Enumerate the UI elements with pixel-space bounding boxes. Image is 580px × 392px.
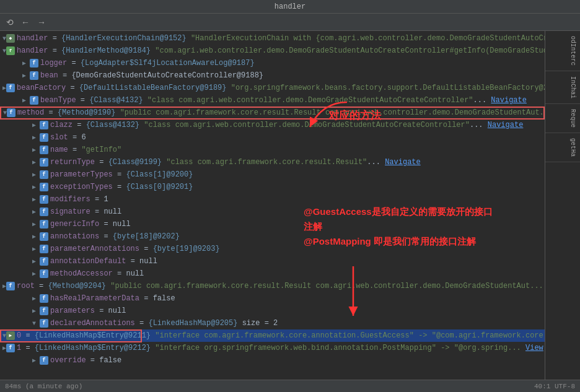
expand-arrow[interactable] xyxy=(32,295,40,302)
tree-icon: f xyxy=(40,146,48,154)
tree-row[interactable]: fparameterAnnotations = {byte[19]@9203} xyxy=(0,243,545,255)
expand-arrow[interactable] xyxy=(32,233,40,240)
tree-row-content: method = {Method@9190} "public com.agri.… xyxy=(17,108,545,117)
tree-row[interactable]: fannotations = {byte[18]@9202} xyxy=(0,230,545,243)
tree-row[interactable]: foverride = false xyxy=(0,354,545,367)
tree-row[interactable]: fhasRealParameterData = false xyxy=(0,292,545,305)
expand-arrow[interactable] xyxy=(32,121,40,129)
expand-arrow[interactable] xyxy=(32,171,40,178)
tree-row-content: beanType = {Class@4132} "class com.agri.… xyxy=(40,96,527,105)
tree-icon: f xyxy=(40,294,48,303)
tree-row-content: genericInfo = null xyxy=(50,220,131,229)
right-panel-item-2[interactable]: InChai xyxy=(545,71,580,104)
expand-arrow[interactable] xyxy=(32,159,40,166)
reset-button[interactable]: ⟲ xyxy=(4,16,16,28)
tree-icon: f xyxy=(40,307,48,315)
tree-icon: f xyxy=(40,232,48,241)
tree-icon: ▶ xyxy=(6,331,15,340)
expand-arrow[interactable] xyxy=(32,307,40,315)
debugger-panel[interactable]: ◆handler = {HandlerExecutionChain@9152} … xyxy=(0,31,545,392)
tree-row[interactable]: flogger = {LogAdapter$Slf4jLocationAware… xyxy=(0,57,545,69)
expand-arrow[interactable] xyxy=(22,97,30,104)
right-panel-item-4[interactable]: getHa xyxy=(545,133,580,162)
tree-row[interactable]: fsignature = null xyxy=(0,206,545,218)
tree-icon: f xyxy=(40,195,48,204)
tree-icon: f xyxy=(40,269,48,278)
back-button[interactable]: ← xyxy=(19,16,32,28)
tree-row[interactable]: froot = {Method@9204} "public com.agri.f… xyxy=(0,280,545,292)
expand-arrow[interactable] xyxy=(32,146,40,154)
tree-row-content: parameterAnnotations = {byte[19]@9203} xyxy=(50,245,220,253)
tree-icon: f xyxy=(30,96,38,105)
tree-row-content: methodAccessor = null xyxy=(50,269,144,278)
tree-row-content: beanFactory = {DefaultListableBeanFactor… xyxy=(17,84,545,92)
tree-icon: f xyxy=(40,356,48,365)
tree-row-content: parameterTypes = {Class[1]@9200} xyxy=(50,170,193,179)
expand-arrow[interactable] xyxy=(32,196,40,203)
tree-row-content: hasRealParameterData = false xyxy=(50,294,175,303)
expand-arrow[interactable] xyxy=(32,245,40,253)
tree-icon: f xyxy=(6,84,15,92)
forward-button[interactable]: → xyxy=(35,16,48,28)
tree-row-content: handler = {HandlerMethod@9184} "com.agri… xyxy=(17,46,545,55)
tree-row[interactable]: fparameterTypes = {Class[1]@9200} xyxy=(0,168,545,181)
tree-icon: f xyxy=(40,245,48,253)
window-title: handler xyxy=(275,2,305,11)
tree-row-content: 1 = {LinkedHashMap$Entry@9212} "interfac… xyxy=(17,344,543,352)
tree-icon: f xyxy=(40,319,48,328)
content-area: ◆handler = {HandlerExecutionChain@9152} … xyxy=(0,31,545,392)
tree-row-content: clazz = {Class@4132} "class com.agri.web… xyxy=(50,121,523,129)
tree-icon: f xyxy=(40,257,48,266)
expand-arrow[interactable] xyxy=(32,183,40,191)
tree-row[interactable]: fmodifiers = 1 xyxy=(0,193,545,206)
tree-row[interactable]: fgenericInfo = null xyxy=(0,218,545,230)
tree-row-content: exceptionTypes = {Class[0]@9201} xyxy=(50,183,193,191)
expand-arrow[interactable] xyxy=(32,320,40,327)
tree-icon: f xyxy=(40,170,48,179)
tree-row[interactable]: fname = "getInfo" xyxy=(0,144,545,156)
tree-row[interactable]: ▶ 0 = {LinkedHashMap$Entry@9211} "interf… xyxy=(0,329,545,342)
tree-row-content: handler = {HandlerExecutionChain@9152} "… xyxy=(17,34,545,43)
tree-row-content: modifiers = 1 xyxy=(50,195,108,204)
right-panel-item-3[interactable]: Reque xyxy=(545,104,580,133)
main-area: ◆handler = {HandlerExecutionChain@9152} … xyxy=(0,31,580,392)
tree-row[interactable]: fmethod = {Method@9190} "public com.agri… xyxy=(0,107,545,119)
right-panel-item-1[interactable]: odInterc xyxy=(545,31,580,71)
tree-row[interactable]: fbean = {DemoGradeStudentAutoCreateContr… xyxy=(0,69,545,82)
tree-row[interactable]: fbeanType = {Class@4132} "class com.agri… xyxy=(0,94,545,107)
tree-row-content: bean = {DemoGradeStudentAutoCreateContro… xyxy=(40,71,263,80)
expand-arrow[interactable] xyxy=(32,134,40,141)
tree-row-content: annotations = {byte[18]@9202} xyxy=(50,232,180,241)
right-panel: odInterc InChai Reque getHa xyxy=(545,31,580,392)
tree-icon: f xyxy=(40,220,48,229)
tree-row[interactable]: fexceptionTypes = {Class[0]@9201} xyxy=(0,181,545,193)
expand-arrow[interactable] xyxy=(32,357,40,364)
tree-icon: f xyxy=(6,46,15,55)
tree-row-content: returnType = {Class@9199} "class com.agr… xyxy=(50,158,421,167)
tree-row[interactable]: fannotationDefault = null xyxy=(0,255,545,268)
status-bar: 84ms (a minute ago) 40:1 UTF-8 xyxy=(0,380,580,392)
expand-arrow[interactable] xyxy=(22,59,30,67)
tree-row[interactable]: fclazz = {Class@4132} "class com.agri.we… xyxy=(0,119,545,131)
tree-row[interactable]: fmethodAccessor = null xyxy=(0,268,545,280)
tree-row[interactable]: freturnType = {Class@9199} "class com.ag… xyxy=(0,156,545,168)
tree-row[interactable]: fparameters = null xyxy=(0,305,545,317)
tree-icon: f xyxy=(6,344,15,352)
tree-row-content: parameters = null xyxy=(50,307,126,315)
tree-row-content: root = {Method@9204} "public com.agri.fr… xyxy=(17,282,545,290)
toolbar: ⟲ ← → xyxy=(0,14,580,31)
tree-row[interactable]: f 1 = {LinkedHashMap$Entry@9212} "interf… xyxy=(0,342,545,354)
expand-arrow[interactable] xyxy=(22,72,30,79)
expand-arrow[interactable] xyxy=(32,220,40,228)
expand-arrow[interactable] xyxy=(32,270,40,277)
expand-arrow[interactable] xyxy=(32,258,40,265)
tree-icon: ◆ xyxy=(6,34,15,43)
tree-row[interactable]: fhandler = {HandlerMethod@9184} "com.agr… xyxy=(0,45,545,57)
tree-row[interactable]: fdeclaredAnnotations = {LinkedHashMap@92… xyxy=(0,317,545,329)
tree-icon: f xyxy=(6,282,15,290)
tree-row[interactable]: fslot = 6 xyxy=(0,131,545,144)
tree-row[interactable]: ◆handler = {HandlerExecutionChain@9152} … xyxy=(0,32,545,45)
tree-row-content: name = "getInfo" xyxy=(50,146,121,154)
expand-arrow[interactable] xyxy=(32,208,40,216)
tree-row[interactable]: fbeanFactory = {DefaultListableBeanFacto… xyxy=(0,82,545,94)
